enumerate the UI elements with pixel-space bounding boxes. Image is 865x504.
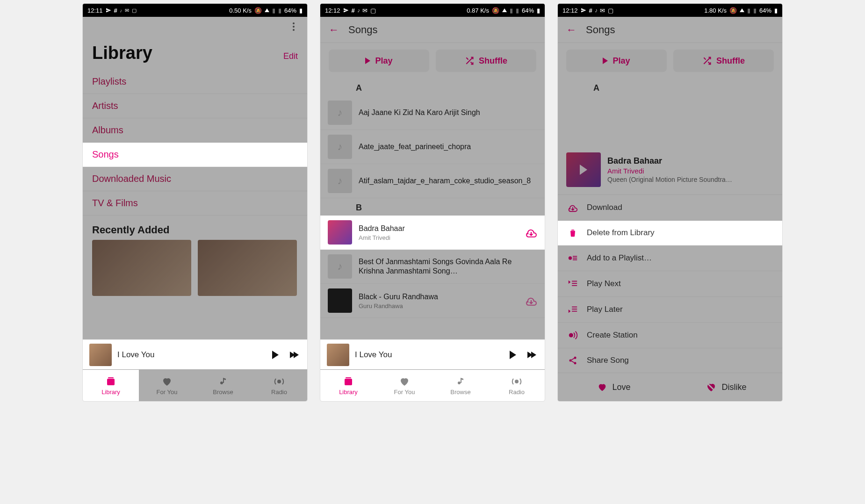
miniplayer-art <box>89 344 112 366</box>
sheet-item-play-next[interactable]: Play Next <box>558 271 782 297</box>
bottom-nav: Library For You Browse Radio <box>83 369 307 401</box>
library-section-tvfilms[interactable]: TV & Films <box>83 191 307 216</box>
bell-off-icon: 🔕 <box>492 7 499 14</box>
back-button[interactable]: ← <box>329 24 339 36</box>
status-netrate: 0.50 K/s <box>229 7 252 14</box>
library-section-playlists[interactable]: Playlists <box>83 70 307 94</box>
dislike-button[interactable]: Dislike <box>670 373 782 401</box>
svg-rect-4 <box>346 377 351 378</box>
edit-button[interactable]: Edit <box>283 51 298 61</box>
status-right-cluster: 0.50 K/s 🔕 ▮▮ 64% ▮ <box>229 7 303 14</box>
status-bar: 12:12 #𝆕✉▢ 0.87 K/s 🔕 ▮▮ 64% ▮ <box>320 4 545 17</box>
share-icon <box>567 356 578 365</box>
svg-rect-3 <box>345 379 352 385</box>
status-bar: 12:11 # 𝆕 ✉ ▢ 0.50 K/s 🔕 ▮▮ 64% ▮ <box>83 4 307 17</box>
svg-point-6 <box>569 257 572 259</box>
play-next-icon <box>567 279 578 289</box>
recently-added-title: Recently Added <box>83 216 307 240</box>
miniplayer-art <box>327 344 349 366</box>
screen-songs: 12:12 #𝆕✉▢ 0.87 K/s 🔕 ▮▮ 64% ▮ ← Songs P <box>320 4 545 401</box>
fast-forward-button[interactable] <box>288 348 301 361</box>
library-section-downloaded[interactable]: Downloaded Music <box>83 167 307 191</box>
library-section-albums[interactable]: Albums <box>83 118 307 143</box>
recent-card[interactable] <box>92 240 191 296</box>
mini-player[interactable]: I Love You <box>83 339 307 369</box>
album-art-placeholder: ♪ <box>328 169 352 193</box>
wifi-icon <box>265 8 269 12</box>
library-section-songs[interactable]: Songs <box>83 143 307 167</box>
play-all-button[interactable]: Play <box>329 50 429 72</box>
sheet-item-create-station[interactable]: Create Station <box>558 323 782 348</box>
status-time: 12:12 <box>562 7 578 14</box>
shuffle-icon <box>465 56 474 65</box>
svg-point-19 <box>574 362 577 364</box>
play-button[interactable] <box>269 348 282 361</box>
svg-rect-10 <box>572 281 577 282</box>
tab-foryou[interactable]: For You <box>139 370 195 401</box>
song-row[interactable]: ♪ Atif_aslam_tajdar_e_haram_coke_studio_… <box>320 164 545 198</box>
tab-library[interactable]: Library <box>83 370 139 401</box>
svg-point-2 <box>278 380 281 383</box>
miniplayer-title: I Love You <box>355 350 501 360</box>
recent-card[interactable] <box>198 240 297 296</box>
station-icon <box>567 330 578 340</box>
play-button[interactable] <box>506 348 519 361</box>
album-art-placeholder: ♪ <box>328 254 352 279</box>
tab-browse[interactable]: Browse <box>432 370 489 401</box>
heart-icon <box>597 382 607 392</box>
library-section-artists[interactable]: Artists <box>83 94 307 118</box>
svg-point-16 <box>569 333 573 337</box>
page-title: Songs <box>348 24 377 36</box>
shuffle-button[interactable]: Shuffle <box>436 50 536 72</box>
status-time: 12:12 <box>325 7 340 14</box>
song-row[interactable]: ♪ Best Of Janmashtami Songs Govinda Aala… <box>320 250 545 284</box>
album-art <box>328 288 352 313</box>
more-menu-button[interactable] <box>288 22 299 32</box>
playlist-add-icon <box>567 253 578 263</box>
tab-radio[interactable]: Radio <box>489 370 545 401</box>
svg-rect-13 <box>572 307 577 308</box>
status-left-icons: # 𝆕 ✉ ▢ <box>106 7 137 14</box>
section-letter: B <box>320 198 545 216</box>
bottom-nav: Library For You Browse Radio <box>320 369 545 401</box>
song-row[interactable]: ♪ Aaj Jaane Ki Zid Na Karo Arijit Singh <box>320 96 545 130</box>
sheet-item-share[interactable]: Share Song <box>558 348 782 373</box>
status-bar: 12:12 #𝆕✉▢ 1.80 K/s 🔕 ▮▮ 64%▮ <box>558 4 782 17</box>
screen-library: 12:11 # 𝆕 ✉ ▢ 0.50 K/s 🔕 ▮▮ 64% ▮ Libra <box>83 4 307 401</box>
sheet-item-add-playlist[interactable]: Add to a Playlist… <box>558 245 782 271</box>
tab-library[interactable]: Library <box>320 370 376 401</box>
song-row-badra-bahaar[interactable]: Badra Bahaar Amit Trivedi <box>320 216 545 250</box>
song-row[interactable]: Black - Guru Randhawa Guru Randhawa <box>320 284 545 318</box>
status-battery: 64% <box>284 7 296 14</box>
download-icon[interactable] <box>525 295 537 307</box>
sheet-item-download[interactable]: Download <box>558 195 782 221</box>
sheet-song-artist: Amit Trivedi <box>607 167 774 175</box>
svg-rect-11 <box>572 283 577 284</box>
love-button[interactable]: Love <box>558 373 670 401</box>
section-letter: A <box>320 79 545 96</box>
album-art-placeholder: ♪ <box>328 135 352 159</box>
mini-player[interactable]: I Love You <box>320 339 545 369</box>
sheet-item-delete[interactable]: Delete from Library <box>558 221 782 245</box>
sheet-header[interactable]: Badra Bahaar Amit Trivedi Queen (Origina… <box>558 145 782 195</box>
fast-forward-button[interactable] <box>525 348 538 361</box>
heart-slash-icon <box>706 382 717 393</box>
sheet-album-art <box>566 152 601 187</box>
svg-rect-12 <box>572 285 577 286</box>
album-art <box>328 220 352 245</box>
tab-foryou[interactable]: For You <box>376 370 432 401</box>
download-icon[interactable] <box>525 226 537 238</box>
trash-icon <box>567 228 578 238</box>
svg-point-5 <box>515 380 518 383</box>
sheet-item-play-later[interactable]: Play Later <box>558 297 782 323</box>
tab-radio[interactable]: Radio <box>251 370 307 401</box>
bell-off-icon: 🔕 <box>254 7 262 14</box>
download-icon <box>567 202 578 213</box>
tab-browse[interactable]: Browse <box>195 370 251 401</box>
sheet-song-title: Badra Bahaar <box>607 156 774 166</box>
svg-rect-0 <box>107 379 115 385</box>
svg-point-17 <box>574 357 577 359</box>
song-row[interactable]: ♪ Aate_jaate_feat_parineeti_chopra <box>320 130 545 164</box>
album-art-placeholder: ♪ <box>328 101 352 125</box>
svg-rect-1 <box>108 377 114 378</box>
